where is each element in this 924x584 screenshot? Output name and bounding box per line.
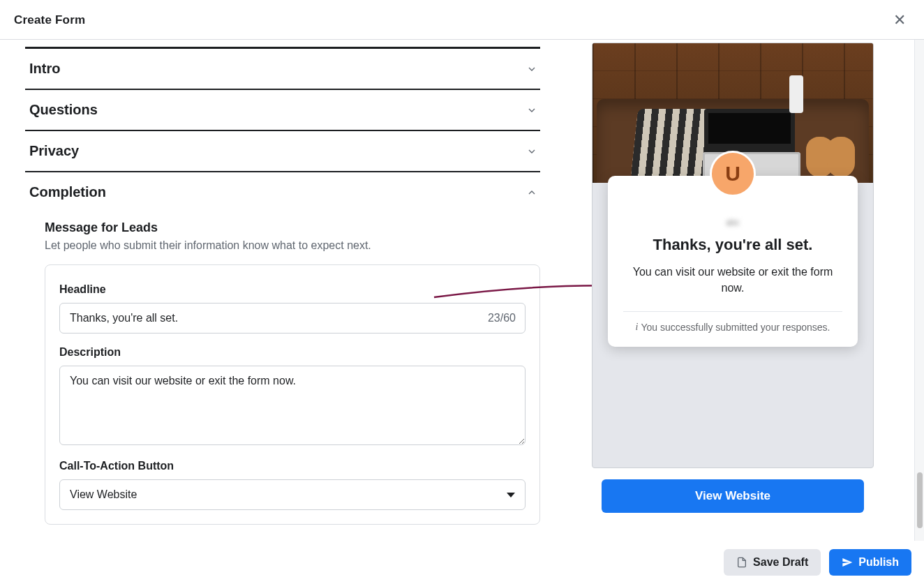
section-completion-label: Completion bbox=[29, 184, 106, 200]
preview-cta-button[interactable]: View Website bbox=[602, 479, 864, 513]
cta-label: Call-To-Action Button bbox=[59, 460, 526, 472]
completion-heading: Message for Leads bbox=[45, 220, 540, 235]
form-editor-pane: Intro Questions Privacy Completion bbox=[0, 40, 565, 541]
section-questions[interactable]: Questions bbox=[25, 90, 540, 130]
preview-submit-note: i You successfully submitted your respon… bbox=[623, 322, 842, 333]
preview-card: U abc Thanks, you're all set. You can vi… bbox=[608, 176, 858, 347]
section-intro[interactable]: Intro bbox=[25, 49, 540, 89]
paper-plane-icon bbox=[842, 557, 853, 568]
section-privacy[interactable]: Privacy bbox=[25, 131, 540, 171]
preview-pane: U abc Thanks, you're all set. You can vi… bbox=[565, 40, 914, 541]
section-completion[interactable]: Completion bbox=[25, 172, 540, 212]
headline-counter: 23/60 bbox=[488, 312, 516, 324]
cta-select-value: View Website bbox=[70, 488, 137, 501]
headline-input[interactable] bbox=[59, 303, 526, 334]
preview-headline: Thanks, you're all set. bbox=[623, 236, 842, 254]
avatar: U bbox=[710, 151, 756, 197]
preview-description: You can visit our website or exit the fo… bbox=[623, 264, 842, 296]
publish-button[interactable]: Publish bbox=[829, 549, 911, 576]
modal-title: Create Form bbox=[14, 13, 85, 27]
close-icon[interactable]: ✕ bbox=[889, 10, 910, 31]
info-icon: i bbox=[636, 322, 639, 333]
preview-pagename-blur: abc bbox=[623, 218, 842, 227]
modal-footer: Save Draft Publish bbox=[0, 541, 924, 584]
completion-card: Headline 23/60 Description Call-To-Actio… bbox=[45, 264, 540, 525]
scrollbar[interactable] bbox=[914, 40, 924, 541]
form-preview: U abc Thanks, you're all set. You can vi… bbox=[592, 43, 874, 468]
chevron-down-icon bbox=[526, 63, 537, 75]
description-label: Description bbox=[59, 346, 526, 359]
section-questions-label: Questions bbox=[29, 102, 98, 118]
caret-down-icon bbox=[507, 493, 515, 497]
document-icon bbox=[736, 556, 747, 569]
cta-select[interactable]: View Website bbox=[59, 479, 526, 510]
section-intro-label: Intro bbox=[29, 61, 60, 77]
headline-label: Headline bbox=[59, 283, 526, 296]
chevron-down-icon bbox=[526, 146, 537, 157]
description-input[interactable] bbox=[59, 366, 526, 445]
save-draft-button[interactable]: Save Draft bbox=[724, 549, 821, 576]
chevron-down-icon bbox=[526, 105, 537, 116]
chevron-up-icon bbox=[526, 187, 537, 198]
completion-subtext: Let people who submit their information … bbox=[45, 239, 540, 252]
section-privacy-label: Privacy bbox=[29, 143, 79, 159]
